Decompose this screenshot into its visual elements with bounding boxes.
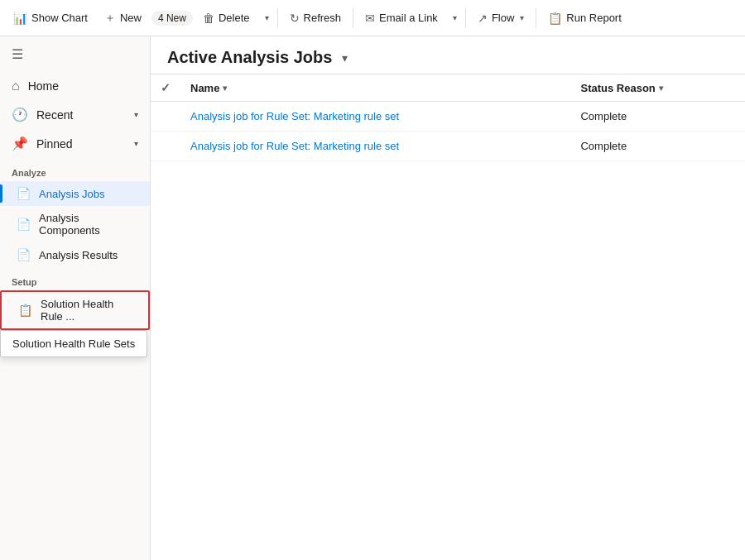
delete-label: Delete bbox=[219, 12, 250, 24]
row1-checkbox[interactable] bbox=[151, 102, 180, 132]
pinned-caret-icon: ▾ bbox=[134, 139, 138, 148]
content-area: Active Analysis Jobs ▾ ✓ Name ▾ bbox=[151, 36, 745, 560]
solution-health-dropdown: Solution Health Rule Sets bbox=[0, 330, 147, 357]
new-badge-button[interactable]: 4 New bbox=[151, 11, 193, 26]
flow-button[interactable]: ↗ Flow ▾ bbox=[471, 8, 531, 28]
sidebar-pinned-label: Pinned bbox=[36, 137, 73, 151]
delete-caret-button[interactable]: ▾ bbox=[260, 10, 272, 26]
analysis-jobs-label: Analysis Jobs bbox=[39, 188, 104, 200]
email-link-label: Email a Link bbox=[379, 12, 438, 24]
email-caret-button[interactable]: ▾ bbox=[448, 10, 460, 26]
row2-name-link[interactable]: Analysis job for Rule Set: Marketing rul… bbox=[190, 140, 399, 152]
email-icon: ✉ bbox=[365, 12, 375, 25]
chart-icon: 📊 bbox=[13, 12, 27, 25]
row1-name[interactable]: Analysis job for Rule Set: Marketing rul… bbox=[180, 102, 570, 132]
table-area: ✓ Name ▾ Status Reason ▾ bbox=[151, 74, 745, 560]
table-row: Analysis job for Rule Set: Marketing rul… bbox=[151, 132, 745, 161]
new-button[interactable]: ＋ New bbox=[98, 7, 148, 29]
sidebar-item-home[interactable]: ⌂ Home bbox=[0, 72, 150, 100]
flow-label: Flow bbox=[492, 12, 514, 24]
row1-name-link[interactable]: Analysis job for Rule Set: Marketing rul… bbox=[190, 110, 399, 122]
sidebar-item-solution-health[interactable]: 📋 Solution Health Rule ... bbox=[0, 290, 150, 330]
solution-health-icon: 📋 bbox=[18, 304, 32, 317]
checkbox-header: ✓ bbox=[151, 74, 180, 102]
table-header-row: ✓ Name ▾ Status Reason ▾ bbox=[151, 74, 745, 102]
sidebar-item-analysis-jobs[interactable]: 📄 Analysis Jobs bbox=[0, 181, 150, 206]
solution-health-rule-sets-item[interactable]: Solution Health Rule Sets bbox=[1, 331, 147, 357]
home-icon: ⌂ bbox=[12, 79, 20, 93]
sidebar-recent-label: Recent bbox=[36, 108, 73, 122]
run-report-button[interactable]: 📋 Run Report bbox=[541, 8, 627, 28]
sidebar-item-analysis-components[interactable]: 📄 Analysis Components bbox=[0, 206, 150, 242]
sidebar-item-recent[interactable]: 🕐 Recent ▾ bbox=[0, 100, 150, 129]
page-header: Active Analysis Jobs ▾ bbox=[151, 36, 745, 74]
sidebar-item-analysis-results[interactable]: 📄 Analysis Results bbox=[0, 242, 150, 267]
solution-health-rule-sets-label: Solution Health Rule Sets bbox=[12, 337, 135, 350]
refresh-button[interactable]: ↻ Refresh bbox=[283, 8, 348, 28]
divider-4 bbox=[536, 8, 536, 28]
trash-icon: 🗑 bbox=[203, 12, 214, 25]
name-column-label: Name bbox=[190, 82, 219, 94]
analysis-results-icon: 📄 bbox=[17, 248, 31, 261]
row1-status: Complete bbox=[570, 102, 745, 132]
hamburger-button[interactable]: ☰ bbox=[0, 36, 150, 72]
solution-health-wrapper: 📋 Solution Health Rule ... Solution Heal… bbox=[0, 290, 150, 330]
analyze-section-label: Analyze bbox=[0, 158, 150, 181]
run-report-label: Run Report bbox=[566, 12, 621, 24]
analysis-jobs-table: ✓ Name ▾ Status Reason ▾ bbox=[151, 74, 745, 161]
sidebar-home-label: Home bbox=[28, 79, 59, 93]
refresh-label: Refresh bbox=[304, 12, 342, 24]
table-row: Analysis job for Rule Set: Marketing rul… bbox=[151, 102, 745, 132]
analysis-results-label: Analysis Results bbox=[39, 249, 118, 261]
report-icon: 📋 bbox=[548, 12, 562, 25]
email-link-button[interactable]: ✉ Email a Link bbox=[358, 8, 445, 28]
delete-dropdown-icon: ▾ bbox=[265, 13, 269, 22]
status-sort-icon: ▾ bbox=[659, 84, 663, 93]
show-chart-label: Show Chart bbox=[31, 12, 88, 24]
setup-section-label: Setup bbox=[0, 267, 150, 290]
divider-3 bbox=[465, 8, 466, 28]
analysis-components-icon: 📄 bbox=[17, 218, 31, 231]
row2-checkbox[interactable] bbox=[151, 132, 180, 161]
recent-caret-icon: ▾ bbox=[134, 110, 138, 119]
refresh-icon: ↻ bbox=[290, 12, 300, 25]
delete-button[interactable]: 🗑 Delete bbox=[196, 8, 257, 28]
status-reason-column-label: Status Reason bbox=[580, 82, 655, 94]
main-layout: ☰ ⌂ Home 🕐 Recent ▾ 📌 Pinned ▾ Analyze 📄… bbox=[0, 36, 745, 560]
analysis-components-label: Analysis Components bbox=[39, 212, 138, 237]
plus-icon: ＋ bbox=[104, 11, 116, 26]
pinned-icon: 📌 bbox=[12, 136, 28, 151]
recent-icon: 🕐 bbox=[12, 107, 28, 122]
sidebar: ☰ ⌂ Home 🕐 Recent ▾ 📌 Pinned ▾ Analyze 📄… bbox=[0, 36, 151, 560]
checkmark-icon: ✓ bbox=[161, 81, 171, 94]
page-title: Active Analysis Jobs bbox=[167, 48, 332, 67]
page-title-caret[interactable]: ▾ bbox=[342, 51, 348, 65]
row2-name[interactable]: Analysis job for Rule Set: Marketing rul… bbox=[180, 132, 570, 161]
solution-health-label: Solution Health Rule ... bbox=[41, 298, 137, 323]
new-label: New bbox=[120, 12, 142, 24]
email-dropdown-icon: ▾ bbox=[453, 13, 457, 22]
divider-1 bbox=[277, 8, 278, 28]
analysis-jobs-icon: 📄 bbox=[17, 187, 31, 200]
flow-icon: ↗ bbox=[478, 12, 488, 25]
toolbar: 📊 Show Chart ＋ New 4 New 🗑 Delete ▾ ↻ Re… bbox=[0, 0, 745, 36]
show-chart-button[interactable]: 📊 Show Chart bbox=[7, 8, 94, 28]
sidebar-item-pinned[interactable]: 📌 Pinned ▾ bbox=[0, 129, 150, 158]
flow-caret-icon: ▾ bbox=[520, 13, 524, 22]
name-column-header[interactable]: Name ▾ bbox=[180, 74, 570, 102]
divider-2 bbox=[353, 8, 353, 28]
status-reason-column-header[interactable]: Status Reason ▾ bbox=[570, 74, 745, 102]
new-badge-label: 4 New bbox=[158, 12, 186, 24]
name-sort-icon: ▾ bbox=[223, 84, 227, 93]
row2-status: Complete bbox=[570, 132, 745, 161]
